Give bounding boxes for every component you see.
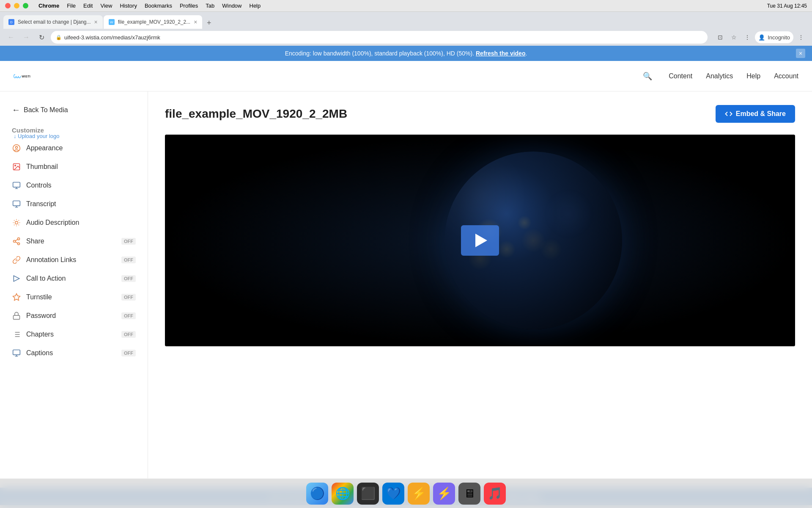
wistia-logo[interactable]: WISTIA — [14, 68, 30, 85]
tab-1-close[interactable]: × — [94, 19, 98, 25]
menu-chrome[interactable]: Chrome — [35, 2, 63, 10]
back-to-media-label: Back To Media — [24, 106, 68, 114]
system-clock: Tue 31 Aug 12:45 — [767, 3, 807, 9]
sidebar-item-audio-description[interactable]: Audio Description — [0, 213, 148, 232]
sidebar-item-appearance[interactable]: Appearance — [0, 139, 148, 157]
dock-battery[interactable]: ⚡ — [408, 483, 430, 505]
url-bar[interactable]: 🔒 uifeed-3.wistia.com/medias/x7auzj6rmk — [51, 31, 708, 44]
annotation-links-label: Annotation Links — [26, 256, 116, 264]
embed-share-label: Embed & Share — [736, 110, 786, 118]
nav-account[interactable]: Account — [774, 72, 798, 80]
main-content: ← Back To Media Customize Appearance Thu… — [0, 91, 812, 488]
svg-point-8 — [18, 238, 20, 240]
tab-1[interactable]: D Select email to change | Djang... × — [3, 15, 103, 29]
controls-icon — [12, 181, 21, 190]
sidebar-item-share[interactable]: Share OFF — [0, 232, 148, 251]
svg-point-4 — [15, 165, 16, 166]
traffic-light-fullscreen[interactable] — [23, 3, 28, 8]
cast-icon[interactable]: ⊡ — [714, 31, 726, 43]
upload-logo-link[interactable]: ↓ Upload your logo — [14, 133, 59, 139]
tab-2[interactable]: W file_example_MOV_1920_2_2... × — [104, 15, 203, 29]
dock-music[interactable]: 🎵 — [484, 483, 506, 505]
menu-edit[interactable]: Edit — [80, 2, 96, 10]
tab-bar: D Select email to change | Djang... × W … — [0, 12, 812, 29]
url-text: uifeed-3.wistia.com/medias/x7auzj6rmk — [64, 34, 160, 41]
media-header: file_example_MOV_1920_2_2MB Embed & Shar… — [165, 105, 795, 123]
sidebar-item-annotation-links[interactable]: Annotation Links OFF — [0, 251, 148, 269]
thumbnail-icon — [12, 162, 21, 171]
captions-icon — [12, 348, 21, 358]
sidebar-item-controls[interactable]: Controls — [0, 176, 148, 195]
dock-finder[interactable]: 🔵 — [306, 483, 328, 505]
back-to-media-link[interactable]: ← Back To Media — [0, 102, 148, 121]
new-tab-button[interactable]: + — [203, 17, 215, 29]
search-button[interactable]: 🔍 — [640, 69, 655, 84]
traffic-light-minimize[interactable] — [14, 3, 19, 8]
chapters-label: Chapters — [26, 331, 116, 338]
nav-analytics[interactable]: Analytics — [706, 72, 733, 80]
call-to-action-icon — [12, 274, 21, 283]
dock: 🔵 🌐 ⬛ 💙 ⚡ ⚡ 🖥 🎵 — [0, 478, 812, 508]
menu-profiles[interactable]: Profiles — [176, 2, 201, 10]
transcript-icon — [12, 199, 21, 209]
nav-help[interactable]: Help — [746, 72, 760, 80]
turnstile-badge: OFF — [121, 294, 136, 301]
incognito-label: Incognito — [768, 34, 790, 41]
password-badge: OFF — [121, 312, 136, 319]
video-background — [165, 135, 795, 346]
annotation-links-icon — [12, 255, 21, 265]
tab-2-close[interactable]: × — [194, 19, 197, 25]
sidebar-item-captions[interactable]: Captions OFF — [0, 344, 148, 362]
sidebar-item-turnstile[interactable]: Turnstile OFF — [0, 288, 148, 306]
menu-file[interactable]: File — [63, 2, 79, 10]
password-icon — [12, 311, 21, 320]
video-player[interactable] — [165, 135, 795, 346]
captions-badge: OFF — [121, 350, 136, 356]
sidebar-item-call-to-action[interactable]: Call to Action OFF — [0, 269, 148, 288]
macos-menubar: Chrome File Edit View History Bookmarks … — [0, 0, 812, 12]
captions-label: Captions — [26, 349, 116, 357]
back-nav-button[interactable]: ← — [5, 31, 17, 43]
forward-nav-button[interactable]: → — [20, 31, 32, 43]
menu-window[interactable]: Window — [219, 2, 245, 10]
share-badge: OFF — [121, 238, 136, 245]
sidebar-item-transcript[interactable]: Transcript — [0, 195, 148, 213]
nav-content[interactable]: Content — [669, 72, 692, 80]
tab-2-title: file_example_MOV_1920_2_2... — [118, 19, 190, 25]
address-bar: ← → ↻ 🔒 uifeed-3.wistia.com/medias/x7auz… — [0, 29, 812, 46]
turnstile-icon — [12, 293, 21, 302]
svg-rect-12 — [14, 315, 20, 319]
nav-links: 🔍 Content Analytics Help Account — [640, 69, 798, 84]
custom-chrome-icon[interactable]: ⋮ — [741, 31, 753, 43]
embed-share-icon — [725, 110, 732, 118]
top-nav: WISTIA 🔍 Content Analytics Help Account — [0, 61, 812, 91]
svg-marker-11 — [13, 294, 20, 301]
sidebar-item-thumbnail[interactable]: Thumbnail — [0, 157, 148, 176]
embed-share-button[interactable]: Embed & Share — [716, 105, 795, 123]
chrome-menu-icon[interactable]: ⋮ — [795, 31, 807, 43]
bookmark-icon[interactable]: ☆ — [728, 31, 740, 43]
dock-terminal[interactable]: ⬛ — [357, 483, 379, 505]
dock-monitor[interactable]: 🖥 — [458, 483, 480, 505]
appearance-icon — [12, 144, 21, 153]
refresh-video-link[interactable]: Refresh the video — [476, 50, 525, 57]
encoding-banner: Encoding: low bandwidth (100%), standard… — [0, 46, 812, 61]
menu-history[interactable]: History — [116, 2, 140, 10]
traffic-light-close[interactable] — [5, 3, 11, 8]
svg-point-2 — [16, 146, 18, 149]
reload-button[interactable]: ↻ — [36, 31, 47, 43]
dock-vscode[interactable]: 💙 — [382, 483, 404, 505]
play-button[interactable] — [461, 225, 499, 256]
main-panel: file_example_MOV_1920_2_2MB Embed & Shar… — [148, 91, 812, 488]
menu-view[interactable]: View — [97, 2, 115, 10]
svg-rect-19 — [13, 350, 20, 355]
menu-tab[interactable]: Tab — [202, 2, 218, 10]
menu-bookmarks[interactable]: Bookmarks — [141, 2, 176, 10]
dock-chrome[interactable]: 🌐 — [332, 483, 354, 505]
svg-rect-5 — [13, 182, 20, 188]
menu-help[interactable]: Help — [246, 2, 264, 10]
dock-bolt[interactable]: ⚡ — [433, 483, 455, 505]
sidebar-item-password[interactable]: Password OFF — [0, 306, 148, 325]
sidebar-item-chapters[interactable]: Chapters OFF — [0, 325, 148, 344]
encoding-banner-close[interactable]: × — [796, 49, 805, 58]
